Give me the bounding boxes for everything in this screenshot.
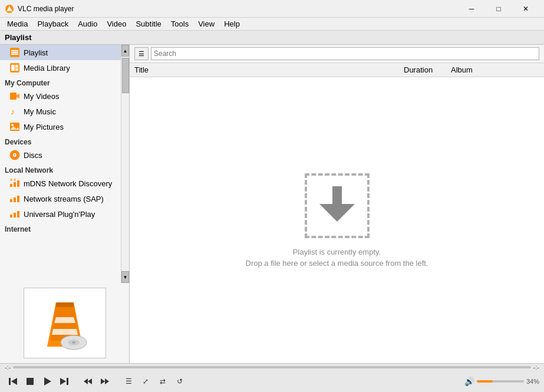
next-button[interactable] (56, 373, 72, 390)
sidebar-media-library-label: Media Library (24, 64, 70, 73)
svg-rect-39 (332, 186, 342, 204)
svg-point-14 (11, 124, 14, 126)
sidebar-sap-label: Network streams (SAP) (24, 195, 104, 203)
svg-rect-20 (14, 182, 16, 187)
volume-icon: 🔊 (464, 377, 474, 386)
sidebar-discs-label: Discs (24, 151, 42, 160)
titlebar: VLC media player ─ □ ✕ (0, 0, 544, 18)
slow-button[interactable] (80, 373, 96, 390)
playback-controls (5, 373, 72, 390)
svg-rect-24 (17, 179, 19, 179)
section-header-devices: Devices (0, 134, 121, 147)
content-area: Playlist Media Library (0, 45, 544, 363)
svg-rect-19 (10, 184, 12, 187)
col-title: Title (134, 65, 404, 74)
volume-pct: 34% (526, 378, 539, 385)
stop-button[interactable] (22, 373, 38, 390)
network-icon-upnp (9, 209, 20, 219)
svg-marker-40 (319, 204, 355, 222)
playlist-section-header: Playlist (0, 31, 544, 45)
sidebar-item-my-music[interactable]: ♪ My Music (0, 104, 121, 119)
scroll-thumb[interactable] (122, 58, 129, 93)
menu-media[interactable]: Media (2, 18, 32, 29)
main-layout: Playlist (0, 31, 544, 392)
svg-marker-50 (101, 378, 105, 384)
extended-btn[interactable]: ⤢ (137, 373, 154, 390)
progress-track[interactable] (13, 366, 530, 368)
volume-track[interactable] (477, 380, 524, 383)
play-button[interactable] (39, 373, 55, 390)
maximize-button[interactable]: □ (485, 0, 512, 18)
svg-point-38 (72, 341, 75, 344)
scroll-down-btn[interactable]: ▼ (121, 271, 129, 283)
section-header-my-computer: My Computer (0, 75, 121, 88)
svg-marker-48 (88, 378, 92, 384)
download-arrow-icon (319, 185, 355, 226)
app-title: VLC media player (18, 5, 458, 13)
list-icon (9, 47, 20, 58)
fast-button[interactable] (97, 373, 113, 390)
menu-view[interactable]: View (193, 18, 219, 29)
sidebar-item-sap[interactable]: Network streams (SAP) (0, 191, 121, 206)
sidebar: Playlist Media Library (0, 45, 130, 363)
drop-icon (305, 173, 370, 238)
shuffle-btn[interactable]: ⇄ (154, 373, 171, 390)
network-icon-mdns (9, 178, 20, 189)
col-album: Album (451, 65, 539, 74)
sidebar-items: Playlist Media Library (0, 45, 121, 283)
sidebar-upnp-label: Universal Plug'n'Play (24, 210, 95, 219)
volume-area: 🔊 34% (464, 377, 539, 386)
svg-rect-8 (15, 65, 18, 68)
svg-rect-43 (27, 378, 34, 385)
menu-playback[interactable]: Playback (32, 18, 73, 29)
column-headers: Title Duration Album (130, 63, 544, 77)
svg-rect-4 (11, 52, 18, 53)
svg-marker-49 (105, 378, 109, 384)
sidebar-item-upnp[interactable]: Universal Plug'n'Play (0, 206, 121, 222)
svg-rect-10 (10, 93, 17, 100)
playlist-view-btn[interactable]: ☰ (134, 47, 149, 60)
menu-help[interactable]: Help (219, 18, 245, 29)
svg-rect-28 (10, 215, 12, 218)
svg-rect-30 (17, 211, 19, 218)
sidebar-item-mdns[interactable]: mDNS Network Discovery (0, 176, 121, 191)
sidebar-item-playlist[interactable]: Playlist (0, 45, 121, 60)
sidebar-mdns-label: mDNS Network Discovery (24, 179, 112, 188)
svg-rect-21 (17, 180, 19, 187)
prev-button[interactable] (5, 373, 21, 390)
svg-rect-9 (15, 68, 18, 71)
svg-rect-5 (11, 54, 18, 55)
minimize-button[interactable]: ─ (458, 0, 485, 18)
vlc-logo-area (0, 283, 129, 363)
svg-marker-33 (54, 317, 75, 323)
svg-rect-7 (11, 65, 15, 71)
sidebar-playlist-label: Playlist (24, 48, 48, 57)
svg-marker-34 (52, 329, 78, 335)
sidebar-item-my-videos[interactable]: My Videos (0, 88, 121, 104)
svg-rect-26 (14, 197, 16, 202)
svg-rect-23 (14, 179, 16, 181)
sidebar-item-my-pictures[interactable]: My Pictures (0, 119, 121, 134)
svg-rect-41 (9, 378, 11, 385)
mode-controls: ☰ ⤢ ⇄ ↺ (120, 373, 188, 390)
svg-marker-47 (84, 378, 88, 384)
svg-marker-42 (11, 378, 17, 385)
scroll-up-btn[interactable]: ▲ (121, 45, 129, 57)
sidebar-item-media-library[interactable]: Media Library (0, 60, 121, 75)
sidebar-item-discs[interactable]: Discs (0, 147, 121, 163)
vlc-logo-svg (29, 291, 100, 355)
repeat-btn[interactable]: ↺ (172, 373, 188, 390)
close-button[interactable]: ✕ (512, 0, 539, 18)
search-input[interactable] (151, 47, 539, 60)
menu-audio[interactable]: Audio (73, 18, 102, 29)
scroll-track[interactable] (121, 57, 129, 271)
menu-video[interactable]: Video (102, 18, 131, 29)
toggle-playlist-btn[interactable]: ☰ (120, 373, 137, 390)
volume-fill (477, 380, 493, 383)
time-total: -:- (533, 364, 539, 371)
menu-subtitle[interactable]: Subtitle (131, 18, 166, 29)
sidebar-scrollbar[interactable]: ▲ ▼ (121, 45, 129, 283)
svg-marker-46 (60, 378, 66, 385)
menu-tools[interactable]: Tools (166, 18, 193, 29)
network-icon-sap (9, 193, 20, 204)
